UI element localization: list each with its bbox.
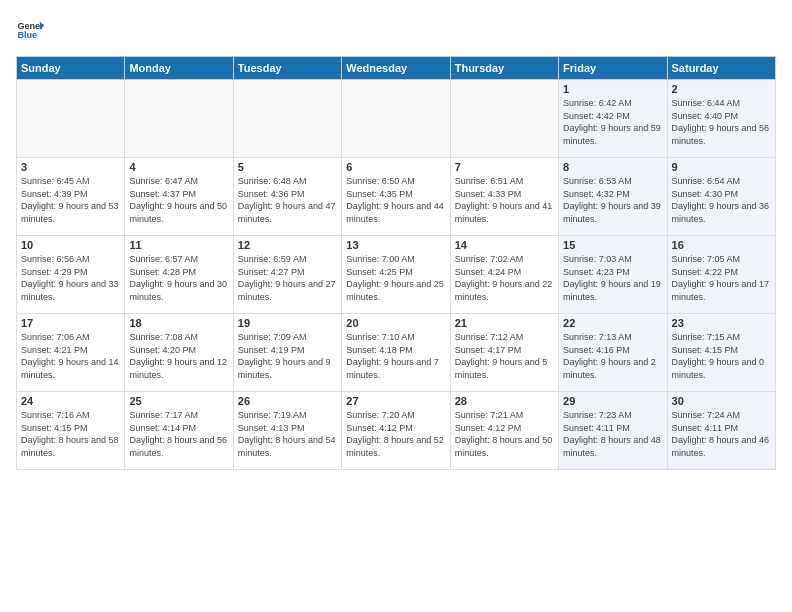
day-info: Sunrise: 6:45 AM Sunset: 4:39 PM Dayligh… bbox=[21, 175, 120, 225]
day-cell: 25Sunrise: 7:17 AM Sunset: 4:14 PM Dayli… bbox=[125, 392, 233, 470]
day-info: Sunrise: 6:57 AM Sunset: 4:28 PM Dayligh… bbox=[129, 253, 228, 303]
logo: General Blue bbox=[16, 16, 44, 44]
calendar-table: SundayMondayTuesdayWednesdayThursdayFrid… bbox=[16, 56, 776, 470]
day-number: 29 bbox=[563, 395, 662, 407]
day-info: Sunrise: 7:00 AM Sunset: 4:25 PM Dayligh… bbox=[346, 253, 445, 303]
day-info: Sunrise: 7:19 AM Sunset: 4:13 PM Dayligh… bbox=[238, 409, 337, 459]
day-info: Sunrise: 6:47 AM Sunset: 4:37 PM Dayligh… bbox=[129, 175, 228, 225]
day-cell: 5Sunrise: 6:48 AM Sunset: 4:36 PM Daylig… bbox=[233, 158, 341, 236]
day-number: 23 bbox=[672, 317, 771, 329]
day-number: 19 bbox=[238, 317, 337, 329]
day-cell bbox=[17, 80, 125, 158]
day-info: Sunrise: 6:44 AM Sunset: 4:40 PM Dayligh… bbox=[672, 97, 771, 147]
day-cell bbox=[450, 80, 558, 158]
col-header-sunday: Sunday bbox=[17, 57, 125, 80]
day-cell: 26Sunrise: 7:19 AM Sunset: 4:13 PM Dayli… bbox=[233, 392, 341, 470]
week-row-1: 1Sunrise: 6:42 AM Sunset: 4:42 PM Daylig… bbox=[17, 80, 776, 158]
day-info: Sunrise: 6:50 AM Sunset: 4:35 PM Dayligh… bbox=[346, 175, 445, 225]
day-number: 30 bbox=[672, 395, 771, 407]
day-number: 6 bbox=[346, 161, 445, 173]
day-number: 14 bbox=[455, 239, 554, 251]
svg-text:Blue: Blue bbox=[17, 30, 37, 40]
day-cell: 24Sunrise: 7:16 AM Sunset: 4:15 PM Dayli… bbox=[17, 392, 125, 470]
day-cell: 21Sunrise: 7:12 AM Sunset: 4:17 PM Dayli… bbox=[450, 314, 558, 392]
day-number: 26 bbox=[238, 395, 337, 407]
col-header-monday: Monday bbox=[125, 57, 233, 80]
day-info: Sunrise: 7:21 AM Sunset: 4:12 PM Dayligh… bbox=[455, 409, 554, 459]
week-row-2: 3Sunrise: 6:45 AM Sunset: 4:39 PM Daylig… bbox=[17, 158, 776, 236]
day-number: 21 bbox=[455, 317, 554, 329]
day-info: Sunrise: 7:08 AM Sunset: 4:20 PM Dayligh… bbox=[129, 331, 228, 381]
day-cell: 11Sunrise: 6:57 AM Sunset: 4:28 PM Dayli… bbox=[125, 236, 233, 314]
day-cell bbox=[342, 80, 450, 158]
col-header-thursday: Thursday bbox=[450, 57, 558, 80]
day-cell: 12Sunrise: 6:59 AM Sunset: 4:27 PM Dayli… bbox=[233, 236, 341, 314]
day-number: 3 bbox=[21, 161, 120, 173]
day-cell: 3Sunrise: 6:45 AM Sunset: 4:39 PM Daylig… bbox=[17, 158, 125, 236]
logo-icon: General Blue bbox=[16, 16, 44, 44]
day-info: Sunrise: 7:20 AM Sunset: 4:12 PM Dayligh… bbox=[346, 409, 445, 459]
page-container: General Blue SundayMondayTuesdayWednesda… bbox=[0, 0, 792, 478]
col-header-saturday: Saturday bbox=[667, 57, 775, 80]
day-cell: 18Sunrise: 7:08 AM Sunset: 4:20 PM Dayli… bbox=[125, 314, 233, 392]
week-row-5: 24Sunrise: 7:16 AM Sunset: 4:15 PM Dayli… bbox=[17, 392, 776, 470]
day-cell: 15Sunrise: 7:03 AM Sunset: 4:23 PM Dayli… bbox=[559, 236, 667, 314]
day-cell: 28Sunrise: 7:21 AM Sunset: 4:12 PM Dayli… bbox=[450, 392, 558, 470]
day-info: Sunrise: 7:05 AM Sunset: 4:22 PM Dayligh… bbox=[672, 253, 771, 303]
day-cell: 27Sunrise: 7:20 AM Sunset: 4:12 PM Dayli… bbox=[342, 392, 450, 470]
day-cell: 20Sunrise: 7:10 AM Sunset: 4:18 PM Dayli… bbox=[342, 314, 450, 392]
day-number: 22 bbox=[563, 317, 662, 329]
day-cell: 14Sunrise: 7:02 AM Sunset: 4:24 PM Dayli… bbox=[450, 236, 558, 314]
day-number: 4 bbox=[129, 161, 228, 173]
day-cell: 13Sunrise: 7:00 AM Sunset: 4:25 PM Dayli… bbox=[342, 236, 450, 314]
day-number: 28 bbox=[455, 395, 554, 407]
day-number: 11 bbox=[129, 239, 228, 251]
day-info: Sunrise: 6:59 AM Sunset: 4:27 PM Dayligh… bbox=[238, 253, 337, 303]
day-info: Sunrise: 7:24 AM Sunset: 4:11 PM Dayligh… bbox=[672, 409, 771, 459]
day-number: 5 bbox=[238, 161, 337, 173]
day-cell: 29Sunrise: 7:23 AM Sunset: 4:11 PM Dayli… bbox=[559, 392, 667, 470]
day-info: Sunrise: 7:13 AM Sunset: 4:16 PM Dayligh… bbox=[563, 331, 662, 381]
day-cell: 30Sunrise: 7:24 AM Sunset: 4:11 PM Dayli… bbox=[667, 392, 775, 470]
day-cell: 19Sunrise: 7:09 AM Sunset: 4:19 PM Dayli… bbox=[233, 314, 341, 392]
col-header-tuesday: Tuesday bbox=[233, 57, 341, 80]
day-number: 8 bbox=[563, 161, 662, 173]
day-info: Sunrise: 7:06 AM Sunset: 4:21 PM Dayligh… bbox=[21, 331, 120, 381]
day-number: 12 bbox=[238, 239, 337, 251]
day-number: 16 bbox=[672, 239, 771, 251]
day-info: Sunrise: 7:16 AM Sunset: 4:15 PM Dayligh… bbox=[21, 409, 120, 459]
day-info: Sunrise: 6:48 AM Sunset: 4:36 PM Dayligh… bbox=[238, 175, 337, 225]
day-info: Sunrise: 6:42 AM Sunset: 4:42 PM Dayligh… bbox=[563, 97, 662, 147]
day-info: Sunrise: 7:23 AM Sunset: 4:11 PM Dayligh… bbox=[563, 409, 662, 459]
day-cell bbox=[125, 80, 233, 158]
day-number: 17 bbox=[21, 317, 120, 329]
day-cell: 9Sunrise: 6:54 AM Sunset: 4:30 PM Daylig… bbox=[667, 158, 775, 236]
day-cell: 16Sunrise: 7:05 AM Sunset: 4:22 PM Dayli… bbox=[667, 236, 775, 314]
day-cell bbox=[233, 80, 341, 158]
day-cell: 7Sunrise: 6:51 AM Sunset: 4:33 PM Daylig… bbox=[450, 158, 558, 236]
day-info: Sunrise: 7:12 AM Sunset: 4:17 PM Dayligh… bbox=[455, 331, 554, 381]
day-cell: 6Sunrise: 6:50 AM Sunset: 4:35 PM Daylig… bbox=[342, 158, 450, 236]
day-cell: 8Sunrise: 6:53 AM Sunset: 4:32 PM Daylig… bbox=[559, 158, 667, 236]
day-info: Sunrise: 6:53 AM Sunset: 4:32 PM Dayligh… bbox=[563, 175, 662, 225]
day-cell: 23Sunrise: 7:15 AM Sunset: 4:15 PM Dayli… bbox=[667, 314, 775, 392]
day-number: 2 bbox=[672, 83, 771, 95]
col-header-wednesday: Wednesday bbox=[342, 57, 450, 80]
day-cell: 2Sunrise: 6:44 AM Sunset: 4:40 PM Daylig… bbox=[667, 80, 775, 158]
day-info: Sunrise: 7:10 AM Sunset: 4:18 PM Dayligh… bbox=[346, 331, 445, 381]
day-number: 20 bbox=[346, 317, 445, 329]
day-cell: 10Sunrise: 6:56 AM Sunset: 4:29 PM Dayli… bbox=[17, 236, 125, 314]
header: General Blue bbox=[16, 16, 776, 44]
day-info: Sunrise: 7:15 AM Sunset: 4:15 PM Dayligh… bbox=[672, 331, 771, 381]
day-number: 15 bbox=[563, 239, 662, 251]
day-cell: 1Sunrise: 6:42 AM Sunset: 4:42 PM Daylig… bbox=[559, 80, 667, 158]
day-info: Sunrise: 7:09 AM Sunset: 4:19 PM Dayligh… bbox=[238, 331, 337, 381]
day-info: Sunrise: 7:03 AM Sunset: 4:23 PM Dayligh… bbox=[563, 253, 662, 303]
week-row-4: 17Sunrise: 7:06 AM Sunset: 4:21 PM Dayli… bbox=[17, 314, 776, 392]
day-cell: 22Sunrise: 7:13 AM Sunset: 4:16 PM Dayli… bbox=[559, 314, 667, 392]
day-info: Sunrise: 7:02 AM Sunset: 4:24 PM Dayligh… bbox=[455, 253, 554, 303]
day-number: 10 bbox=[21, 239, 120, 251]
day-info: Sunrise: 6:56 AM Sunset: 4:29 PM Dayligh… bbox=[21, 253, 120, 303]
day-number: 7 bbox=[455, 161, 554, 173]
day-cell: 17Sunrise: 7:06 AM Sunset: 4:21 PM Dayli… bbox=[17, 314, 125, 392]
